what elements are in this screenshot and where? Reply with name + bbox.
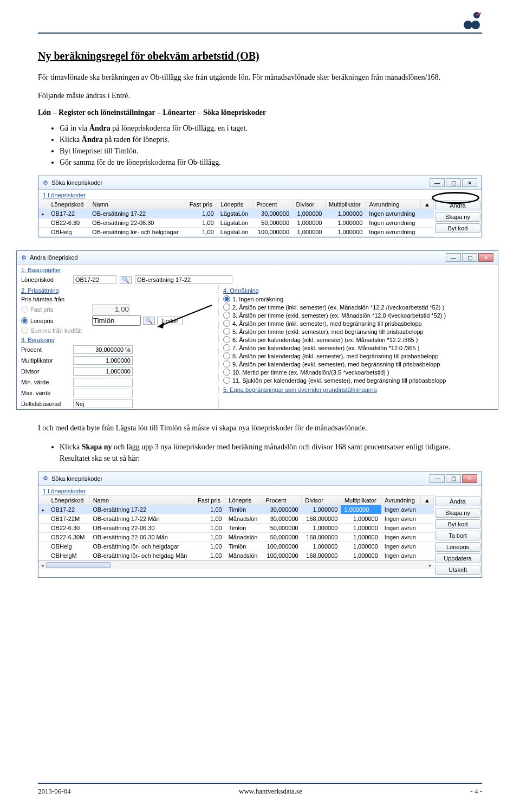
close-button[interactable]: ✕ [462, 474, 477, 483]
close-button[interactable]: ✕ [462, 178, 477, 187]
table-row[interactable]: OBHelgOB-ersättning lör- och helgdagar1,… [38, 542, 434, 551]
skapa-ny-button[interactable]: Skapa ny [435, 212, 480, 222]
min-button[interactable]: — [446, 253, 461, 262]
table-row[interactable]: OB17-22MOB-ersättning 17-22 Mån1,00Månad… [38, 514, 434, 523]
group-5: 5. Egna begränsningar som överrider grun… [219, 384, 498, 394]
lonepris-radio[interactable] [21, 317, 28, 324]
lonepris-input[interactable] [92, 315, 141, 326]
max-button[interactable]: ▢ [446, 178, 461, 187]
group-2: 2. Prissättning [17, 285, 218, 295]
omrakning-option[interactable]: 8. Årslön per kalenderdag (inkl. semeste… [219, 352, 498, 360]
min-button[interactable]: — [430, 474, 445, 483]
omrakning-option[interactable]: 10. Mertid per timme (ex. Månadslön/(3.5… [219, 368, 498, 376]
lookup-icon[interactable]: 🔍 [120, 276, 132, 284]
screenshot-soka-1: ⚙ Söka lönepriskoder — ▢ ✕ 1 Lönepriskod… [38, 176, 482, 237]
lookup-icon[interactable]: 🔍 [143, 317, 155, 325]
table-row[interactable]: OB22-6.30OB-ersättning 22-06.301,00Timlö… [38, 523, 434, 532]
andra-button[interactable]: Ändra [435, 497, 480, 506]
footer-date: 2013-06-04 [38, 787, 71, 796]
omrakning-option[interactable]: 4. Årslön per timme (inkl. semester), me… [219, 319, 498, 327]
footer-url: www.hantverksdata.se [239, 787, 302, 796]
utskrift-button[interactable]: Utskrift [435, 565, 480, 575]
gear-icon: ⚙ [43, 475, 48, 482]
omrakning-option[interactable]: 6. Årslön per kalenderdag (inkl. semeste… [219, 336, 498, 344]
lonepris-button[interactable]: Lönepris [435, 542, 480, 552]
table-row[interactable]: OB17-22OB-ersättning 17-221,00LägstaLön3… [38, 209, 434, 218]
footer-page: - 4 - [470, 787, 482, 796]
lonepriskod-label: Lönepriskod [21, 276, 70, 283]
ta-bort-button[interactable]: Ta bort [435, 531, 480, 540]
lonepriskod-table: LönepriskodNamnFast prisLöneprisProcentD… [38, 496, 434, 560]
close-button[interactable]: ✕ [478, 253, 493, 262]
div-input[interactable] [73, 367, 133, 376]
group-4: 4. Omräkning [219, 285, 498, 295]
table-row[interactable]: OB22-6.30OB-ersättning 22-06.301,00Lägst… [38, 218, 434, 228]
table-row[interactable]: OB17-22OB-ersättning 17-221,00Timlön30,0… [38, 505, 434, 514]
uppdatera-button[interactable]: Uppdatera [435, 553, 480, 563]
omrakning-option[interactable]: 5. Årslön per timme (exkl. semester), me… [219, 327, 498, 336]
table-row[interactable]: OB22-6.30MOB-ersättning 22-06.30 Mån1,00… [38, 532, 434, 542]
gear-icon: ⚙ [21, 254, 27, 261]
mult-input[interactable] [73, 356, 133, 365]
lonepriskod-table: LönepriskodNamnFast prisLöneprisProcentD… [38, 200, 434, 237]
summa-radio [21, 327, 28, 334]
h-scrollbar[interactable]: ◂▸ [38, 560, 434, 569]
screenshot-andra: ⚙ Ändra lönepriskod — ▢ ✕ 1. Basuppgifte… [16, 250, 498, 410]
procent-input[interactable] [73, 345, 133, 354]
omrakning-option[interactable]: 2. Årslön per timme (inkl. semester) (ex… [219, 303, 498, 311]
window-title: Söka lönepriskoder [51, 475, 426, 482]
omrakning-option[interactable]: 11. Sjuklön per kalenderdag (exkl. semes… [219, 376, 498, 384]
group-3: 3. Beräkning [17, 334, 218, 344]
andra-button[interactable]: Ändra [435, 201, 480, 210]
min-input[interactable] [73, 378, 133, 386]
byt-kod-button[interactable]: Byt kod [435, 223, 480, 233]
gear-icon: ⚙ [43, 179, 48, 186]
group-1: 1. Basuppgifter [17, 265, 498, 274]
screenshot-soka-2: ⚙ Söka lönepriskoder — ▢ ✕ 1 Lönepriskod… [38, 472, 482, 578]
table-row[interactable]: OBHelgOB-ersättning lör- och helgdagar1,… [38, 228, 434, 237]
fast-pris-input [92, 304, 130, 314]
bullet-list-1: Gå in via Ändra på lönepriskoderna för O… [60, 123, 482, 168]
min-button[interactable]: — [430, 178, 445, 187]
omrakning-option[interactable]: 3. Årslön per timme (exkl. semester) (ex… [219, 311, 498, 319]
lonepriskod-name-input[interactable] [135, 275, 232, 284]
omrakning-option[interactable]: 1. Ingen omräkning [219, 295, 498, 303]
top-rule [38, 33, 482, 34]
byt-kod-button[interactable]: Byt kod [435, 519, 480, 529]
deltid-input[interactable] [73, 399, 133, 408]
intro-2: Följande måste ändras i Entré. [38, 91, 482, 101]
svg-point-1 [464, 21, 472, 29]
lonepriskod-input[interactable] [73, 275, 116, 284]
window-title: Söka lönepriskoder [51, 179, 426, 186]
fast-pris-radio [21, 306, 28, 313]
max-input[interactable] [73, 389, 133, 397]
intro-1: För timavlönade ska beräkningen av Ob-ti… [38, 72, 482, 83]
section-link[interactable]: 1 Lönepriskoder [43, 192, 86, 198]
table-row[interactable]: OBHelgMOB-ersättning lör- och helgdag Må… [38, 551, 434, 560]
max-button[interactable]: ▢ [462, 253, 477, 262]
bullet-list-2: Klicka Skapa ny och lägg upp 3 nya lönep… [60, 441, 482, 464]
omrakning-option[interactable]: 7. Årslön per kalenderdag (exkl. semeste… [219, 344, 498, 352]
dropdown-timlon[interactable]: Timlön [157, 317, 183, 325]
omrakning-option[interactable]: 9. Årslön per kalenderdag (exkl. semeste… [219, 360, 498, 368]
pris-hamtas-label: Pris hämtas från [21, 296, 64, 302]
window-title: Ändra lönepriskod [30, 254, 443, 261]
logo [460, 11, 482, 30]
page-footer: 2013-06-04 www.hantverksdata.se - 4 - [38, 783, 482, 796]
nav-path: Lön – Register och löneinställningar – L… [38, 108, 482, 117]
heading: Ny beräkningsregel för obekväm arbetstid… [38, 50, 482, 62]
skapa-ny-button[interactable]: Skapa ny [435, 508, 480, 518]
mid-para: I och med detta byte från Lägsta lön til… [38, 423, 482, 434]
max-button[interactable]: ▢ [446, 474, 461, 483]
section-link[interactable]: 1 Lönepriskoder [43, 488, 86, 494]
svg-point-2 [471, 21, 480, 29]
